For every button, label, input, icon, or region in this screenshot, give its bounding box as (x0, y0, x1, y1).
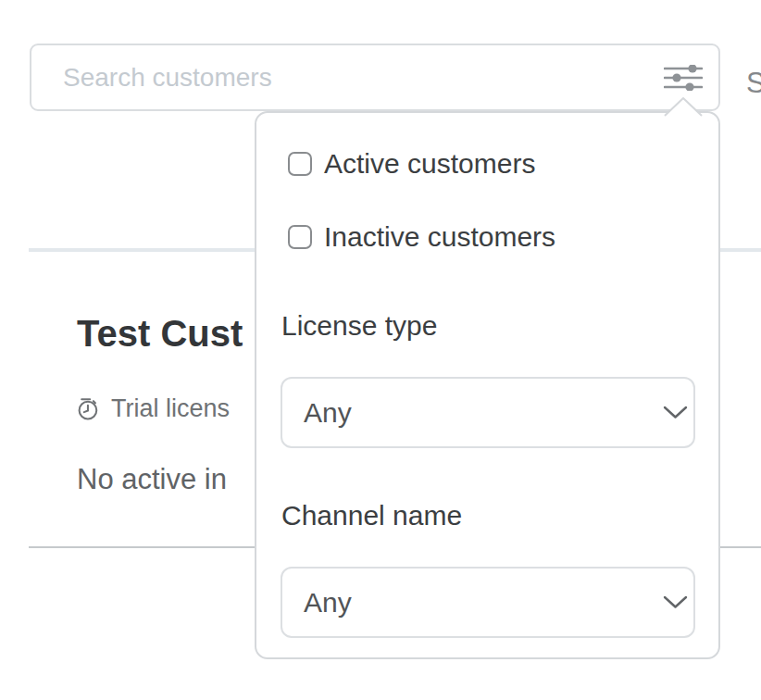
customers-screen: Test Cust Trial licens No active in (0, 0, 761, 700)
popover-caret (663, 95, 704, 117)
license-type-label: License type (281, 310, 437, 342)
customer-title: Test Cust (77, 313, 243, 355)
license-type-value: Any (282, 397, 663, 429)
license-row: Trial licens (76, 394, 230, 423)
license-text: Trial licens (111, 394, 230, 423)
channel-name-value: Any (282, 587, 663, 619)
installations-status-text: No active in (77, 463, 227, 496)
sort-label-partial[interactable]: S (746, 67, 761, 100)
sliders-icon (664, 65, 703, 91)
search-input[interactable] (31, 45, 718, 109)
chevron-down-icon (663, 406, 688, 419)
filter-active-customers[interactable]: Active customers (288, 148, 535, 180)
channel-name-label: Channel name (281, 500, 462, 531)
active-customers-checkbox[interactable] (288, 152, 312, 176)
filter-popover: Active customers Inactive customers Lice… (255, 111, 720, 659)
active-customers-label: Active customers (324, 148, 535, 180)
inactive-customers-label: Inactive customers (324, 221, 555, 253)
chevron-down-icon (663, 595, 688, 609)
search-field (30, 44, 720, 111)
filter-inactive-customers[interactable]: Inactive customers (288, 221, 555, 253)
filter-button[interactable] (664, 64, 703, 92)
inactive-customers-checkbox[interactable] (288, 225, 312, 249)
channel-name-select[interactable]: Any (281, 567, 695, 638)
license-type-select[interactable]: Any (281, 377, 695, 448)
timer-icon (76, 396, 101, 421)
